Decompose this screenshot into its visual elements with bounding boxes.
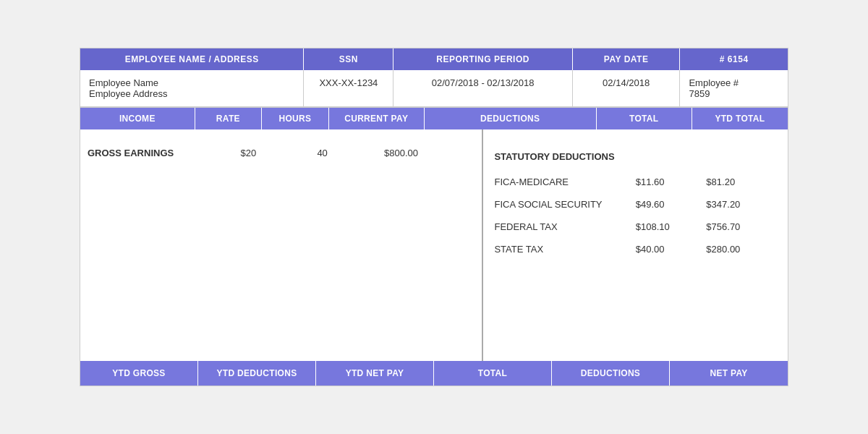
- federal-tax-row: FEDERAL TAX $108.10 $756.70: [494, 213, 777, 235]
- deductions-section: STATUTORY DEDUCTIONS FICA-MEDICARE $11.6…: [483, 129, 788, 361]
- footer-ytd-gross: YTD GROSS: [80, 361, 198, 386]
- employee-name-address: Employee Name Employee Address: [80, 70, 304, 106]
- reporting-period-value: 02/07/2018 - 02/13/2018: [393, 70, 573, 106]
- footer-ytd-deductions: YTD DEDUCTIONS: [198, 361, 316, 386]
- federal-tax-label: FEDERAL TAX: [494, 221, 635, 232]
- ssn-value: XXX-XX-1234: [304, 70, 393, 106]
- col-total: TOTAL: [597, 108, 692, 129]
- state-tax-ytd: $280.00: [706, 244, 777, 255]
- footer-row: YTD GROSS YTD DEDUCTIONS YTD NET PAY TOT…: [80, 361, 788, 386]
- col-income: INCOME: [80, 108, 195, 129]
- header-reporting-period: REPORTING PERIOD: [393, 48, 573, 70]
- col-ytd-total: YTD TOTAL: [692, 108, 788, 129]
- federal-tax-total: $108.10: [636, 221, 707, 232]
- footer-deductions: DEDUCTIONS: [552, 361, 670, 386]
- employee-address: Employee Address: [89, 88, 294, 99]
- col-rate: RATE: [195, 108, 263, 129]
- col-current-pay: CURRENT PAY: [329, 108, 425, 129]
- income-rate: $20: [234, 146, 310, 160]
- fica-medicare-total: $11.60: [636, 176, 707, 187]
- fica-medicare-ytd: $81.20: [706, 176, 777, 187]
- state-tax-label: STATE TAX: [494, 244, 635, 255]
- column-headers: INCOME RATE HOURS CURRENT PAY DEDUCTIONS…: [80, 108, 788, 129]
- header-row: EMPLOYEE NAME / ADDRESS SSN REPORTING PE…: [80, 48, 788, 70]
- col-hours: HOURS: [262, 108, 329, 129]
- fica-social-security-total: $49.60: [636, 199, 707, 210]
- deductions-table: STATUTORY DEDUCTIONS FICA-MEDICARE $11.6…: [494, 140, 777, 258]
- income-label: GROSS EARNINGS: [80, 146, 234, 160]
- footer-total: TOTAL: [434, 361, 552, 386]
- header-check-number: # 6154: [680, 48, 788, 70]
- fica-medicare-row: FICA-MEDICARE $11.60 $81.20: [494, 168, 777, 190]
- header-employee-name: EMPLOYEE NAME / ADDRESS: [80, 48, 304, 70]
- fica-medicare-label: FICA-MEDICARE: [494, 176, 635, 187]
- income-hours: 40: [310, 146, 377, 160]
- income-current-pay: $800.00: [377, 146, 482, 160]
- data-area: GROSS EARNINGS $20 40 $800.00 STATUTORY …: [80, 129, 788, 361]
- footer-ytd-net-pay: YTD NET PAY: [316, 361, 434, 386]
- gross-earnings-row: GROSS EARNINGS $20 40 $800.00: [80, 133, 482, 167]
- col-deductions: DEDUCTIONS: [425, 108, 597, 129]
- fica-social-security-row: FICA SOCIAL SECURITY $49.60 $347.20: [494, 190, 777, 213]
- state-tax-total: $40.00: [636, 244, 707, 255]
- employee-name: Employee Name: [89, 77, 294, 88]
- header-ssn: SSN: [304, 48, 393, 70]
- pay-date-value: 02/14/2018: [573, 70, 681, 106]
- statutory-deductions-label: STATUTORY DEDUCTIONS: [494, 140, 777, 168]
- federal-tax-ytd: $756.70: [706, 221, 777, 232]
- info-row: Employee Name Employee Address XXX-XX-12…: [80, 70, 788, 108]
- paystub: EMPLOYEE NAME / ADDRESS SSN REPORTING PE…: [80, 48, 788, 386]
- fica-social-security-label: FICA SOCIAL SECURITY: [494, 199, 635, 210]
- footer-net-pay: NET PAY: [670, 361, 788, 386]
- state-tax-row: STATE TAX $40.00 $280.00: [494, 235, 777, 258]
- fica-social-security-ytd: $347.20: [706, 199, 777, 210]
- header-pay-date: PAY DATE: [573, 48, 681, 70]
- employee-number-value: Employee # 7859: [680, 70, 788, 106]
- income-section: GROSS EARNINGS $20 40 $800.00: [80, 129, 483, 361]
